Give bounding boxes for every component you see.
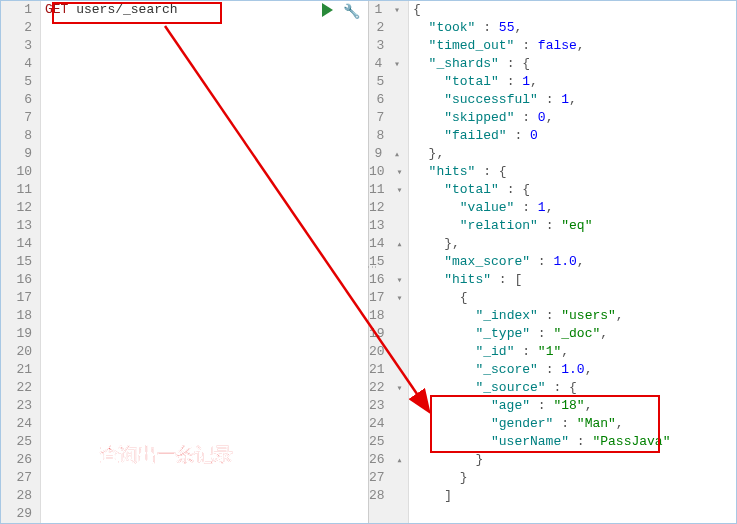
run-icon[interactable] bbox=[322, 3, 333, 17]
left-gutter: 1234567891011121314151617181920212223242… bbox=[1, 1, 41, 523]
wrench-icon[interactable]: 🔧 bbox=[343, 3, 360, 20]
annotation-text: 查询出一条记录 bbox=[100, 442, 233, 468]
divider-handle[interactable]: ⋮ bbox=[366, 262, 377, 272]
request-toolbar: 🔧 bbox=[322, 3, 360, 20]
right-code-area[interactable]: { "took" : 55, "timed_out" : false, "_sh… bbox=[409, 1, 736, 523]
response-panel: ⋮ 1 ▾2 3 4 ▾5 6 7 8 9 ▴10 ▾11 ▾12 13 14 … bbox=[369, 1, 736, 523]
